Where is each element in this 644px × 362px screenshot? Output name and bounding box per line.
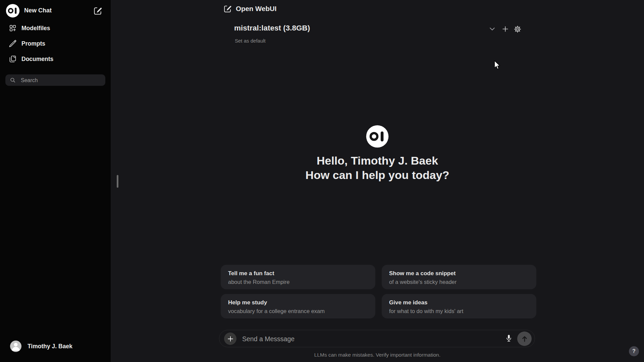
suggestion-title: Tell me a fun fact <box>228 270 368 277</box>
suggestion-subtitle: about the Roman Empire <box>228 279 368 285</box>
send-button[interactable] <box>517 331 532 346</box>
attach-button[interactable] <box>224 333 236 345</box>
user-menu-button[interactable]: Timothy J. Baek <box>5 338 105 355</box>
sidebar-search[interactable] <box>5 74 105 86</box>
documents-icon <box>9 55 17 63</box>
help-button[interactable]: ? <box>629 346 639 356</box>
microphone-icon[interactable] <box>505 333 513 344</box>
header-new-chat-icon[interactable] <box>223 4 232 13</box>
pencil-icon <box>9 40 17 48</box>
suggestion-card[interactable]: Give me ideas for what to do with my kid… <box>382 294 536 318</box>
avatar <box>10 341 21 352</box>
open-webui-window: New Chat Modelfiles <box>0 0 644 362</box>
sidebar-item-documents[interactable]: Documents <box>5 52 105 66</box>
open-webui-logo-icon <box>6 4 20 18</box>
open-webui-logo-icon <box>366 125 389 148</box>
chevron-down-icon[interactable] <box>488 25 496 33</box>
greeting-line1: Hello, Timothy J. Baek <box>111 154 644 168</box>
gear-icon[interactable] <box>514 25 522 33</box>
message-input[interactable] <box>241 330 501 347</box>
set-as-default-button[interactable]: Set as default <box>235 38 266 44</box>
mouse-cursor <box>494 60 502 71</box>
greeting: Hello, Timothy J. Baek How can I help yo… <box>111 154 644 182</box>
disclaimer-text: LLMs can make mistakes. Verify important… <box>111 352 644 358</box>
sidebar-item-prompts[interactable]: Prompts <box>5 37 105 51</box>
suggestion-card[interactable]: Show me a code snippet of a website's st… <box>382 265 536 289</box>
suggestion-subtitle: for what to do with my kids' art <box>389 308 529 314</box>
search-input[interactable] <box>20 74 102 86</box>
suggestion-cards: Tell me a fun fact about the Roman Empir… <box>221 265 536 318</box>
search-icon <box>10 77 16 83</box>
suggestion-title: Show me a code snippet <box>389 270 529 277</box>
new-chat-button[interactable]: New Chat <box>0 3 111 19</box>
sidebar: New Chat Modelfiles <box>0 0 111 362</box>
add-model-button[interactable] <box>501 25 509 33</box>
suggestion-subtitle: vocabulary for a college entrance exam <box>228 308 368 314</box>
new-chat-label: New Chat <box>24 7 52 14</box>
new-chat-edit-icon[interactable] <box>93 6 103 15</box>
suggestion-card[interactable]: Tell me a fun fact about the Roman Empir… <box>221 265 375 289</box>
suggestion-card[interactable]: Help me study vocabulary for a college e… <box>221 294 375 318</box>
squares-plus-icon <box>9 24 17 32</box>
sidebar-item-label: Modelfiles <box>21 25 50 32</box>
message-composer <box>219 330 535 347</box>
sidebar-item-modelfiles[interactable]: Modelfiles <box>5 21 105 35</box>
model-selector[interactable]: mistral:latest (3.8GB) <box>234 24 310 33</box>
suggestion-subtitle: of a website's sticky header <box>389 279 529 285</box>
sidebar-item-label: Documents <box>21 56 53 63</box>
page-title: Open WebUI <box>236 5 277 13</box>
suggestion-title: Give me ideas <box>389 299 529 306</box>
greeting-line2: How can I help you today? <box>111 168 644 182</box>
suggestion-title: Help me study <box>228 299 368 306</box>
sidebar-item-label: Prompts <box>21 40 45 47</box>
user-name: Timothy J. Baek <box>28 343 72 350</box>
